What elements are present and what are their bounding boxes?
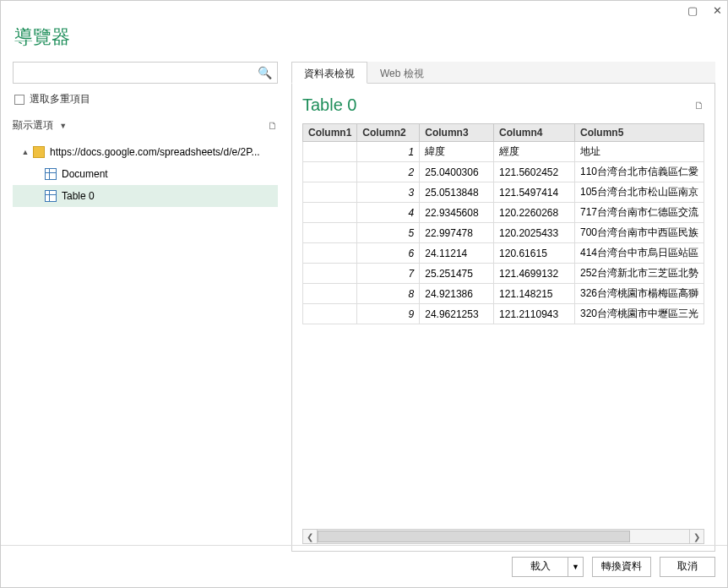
cell[interactable]: 121.5497414	[494, 182, 575, 203]
dialog-title: 導覽器	[1, 19, 727, 62]
load-button[interactable]: 載入	[512, 557, 568, 577]
cell[interactable]: 4	[357, 203, 420, 223]
cell[interactable]: 105台湾台北市松山區南京	[574, 182, 704, 203]
column-header[interactable]: Column3	[420, 124, 494, 142]
cell[interactable]	[303, 223, 357, 243]
column-header[interactable]: Column1	[303, 124, 357, 142]
preview-table: Column1 Column2 Column3 Column4 Column5 …	[302, 123, 704, 324]
cell[interactable]	[303, 264, 357, 284]
table-row[interactable]: 325.0513848121.5497414105台湾台北市松山區南京	[303, 182, 704, 203]
cell[interactable]: 9	[357, 304, 420, 324]
scroll-left-icon[interactable]: ❮	[302, 529, 318, 544]
cell[interactable]: 320台湾桃園市中壢區三光	[574, 304, 704, 324]
table-row[interactable]: 924.9621253121.2110943320台湾桃園市中壢區三光	[303, 304, 704, 324]
close-icon[interactable]: ✕	[713, 4, 722, 17]
cell[interactable]	[303, 203, 357, 223]
cell[interactable]: 8	[357, 284, 420, 304]
cell[interactable]: 3	[357, 182, 420, 203]
cell[interactable]: 120.61615	[494, 243, 575, 264]
checkbox-icon[interactable]	[14, 95, 24, 105]
preview-refresh-icon[interactable]: 🗋	[694, 100, 704, 112]
cell[interactable]: 252台湾新北市三芝區北勢	[574, 264, 704, 284]
cell[interactable]: 110台湾台北市信義區仁愛	[574, 162, 704, 182]
multi-select-label: 選取多重項目	[30, 92, 90, 106]
table-row[interactable]: 725.251475121.4699132252台湾新北市三芝區北勢	[303, 264, 704, 284]
tree-item-document[interactable]: Document	[13, 163, 278, 185]
expand-icon[interactable]: ▲	[21, 148, 30, 156]
cell[interactable]: 717台湾台南市仁德區交流	[574, 203, 704, 223]
cell[interactable]: 2	[357, 162, 420, 182]
cell[interactable]: 25.0400306	[420, 162, 494, 182]
load-dropdown-button[interactable]: ▼	[568, 557, 584, 577]
cell[interactable]: 1	[357, 142, 420, 162]
cell[interactable]: 121.4699132	[494, 264, 575, 284]
tree-root[interactable]: ▲ https://docs.google.com/spreadsheets/d…	[13, 141, 278, 163]
cell[interactable]	[303, 182, 357, 203]
column-header[interactable]: Column4	[494, 124, 575, 142]
cell[interactable]: 121.2110943	[494, 304, 575, 324]
table-icon	[45, 190, 57, 202]
table-row[interactable]: 624.11214120.61615414台湾台中市烏日區站區	[303, 243, 704, 264]
cell[interactable]: 22.9345608	[420, 203, 494, 223]
cell[interactable]	[303, 142, 357, 162]
chevron-down-icon: ▼	[59, 122, 67, 130]
cell[interactable]: 經度	[494, 142, 575, 162]
cell[interactable]	[303, 304, 357, 324]
cell[interactable]: 24.9621253	[420, 304, 494, 324]
transform-button[interactable]: 轉換資料	[592, 557, 651, 577]
table-row[interactable]: 824.921386121.148215326台湾桃園市楊梅區高獅	[303, 284, 704, 304]
column-header[interactable]: Column5	[574, 124, 704, 142]
table-row[interactable]: 1緯度經度地址	[303, 142, 704, 162]
search-icon[interactable]: 🔍	[258, 66, 272, 79]
cell[interactable]: 地址	[574, 142, 704, 162]
navigator-tree: ▲ https://docs.google.com/spreadsheets/d…	[13, 141, 278, 207]
scroll-thumb[interactable]	[318, 531, 630, 542]
cell[interactable]: 414台湾台中市烏日區站區	[574, 243, 704, 264]
cell[interactable]: 25.0513848	[420, 182, 494, 203]
cell[interactable]: 121.5602452	[494, 162, 575, 182]
cell[interactable]: 6	[357, 243, 420, 264]
cell[interactable]: 緯度	[420, 142, 494, 162]
cell[interactable]: 24.11214	[420, 243, 494, 264]
search-box[interactable]: 🔍	[13, 62, 278, 84]
cell[interactable]: 121.148215	[494, 284, 575, 304]
cell[interactable]: 24.921386	[420, 284, 494, 304]
table-row[interactable]: 422.9345608120.2260268717台湾台南市仁德區交流	[303, 203, 704, 223]
maximize-icon[interactable]: ▢	[687, 4, 698, 17]
tree-item-table0[interactable]: Table 0	[13, 185, 278, 207]
horizontal-scrollbar[interactable]: ❮ ❯	[302, 529, 704, 544]
cell[interactable]: 120.2025433	[494, 223, 575, 243]
cancel-button[interactable]: 取消	[660, 557, 715, 577]
cell[interactable]: 25.251475	[420, 264, 494, 284]
multi-select-checkbox[interactable]: 選取多重項目	[13, 92, 278, 106]
cell[interactable]: 120.2260268	[494, 203, 575, 223]
cell[interactable]: 22.997478	[420, 223, 494, 243]
table-icon	[45, 168, 57, 180]
table-row[interactable]: 522.997478120.2025433700台湾台南市中西區民族	[303, 223, 704, 243]
cell[interactable]: 7	[357, 264, 420, 284]
refresh-icon[interactable]: 🗋	[268, 120, 278, 132]
display-options-dropdown[interactable]: 顯示選項 ▼	[13, 118, 67, 133]
tab-table-view[interactable]: 資料表檢視	[291, 62, 367, 84]
cell[interactable]	[303, 162, 357, 182]
search-input[interactable]	[19, 67, 258, 79]
cell[interactable]	[303, 284, 357, 304]
cell[interactable]: 326台湾桃園市楊梅區高獅	[574, 284, 704, 304]
cell[interactable]: 700台湾台南市中西區民族	[574, 223, 704, 243]
column-header[interactable]: Column2	[357, 124, 420, 142]
cell[interactable]: 5	[357, 223, 420, 243]
folder-icon	[33, 146, 45, 158]
cell[interactable]	[303, 243, 357, 264]
preview-title: Table 0	[302, 95, 357, 115]
tab-web-view[interactable]: Web 檢視	[367, 62, 437, 83]
scroll-right-icon[interactable]: ❯	[689, 529, 704, 544]
table-row[interactable]: 225.0400306121.5602452110台湾台北市信義區仁愛	[303, 162, 704, 182]
